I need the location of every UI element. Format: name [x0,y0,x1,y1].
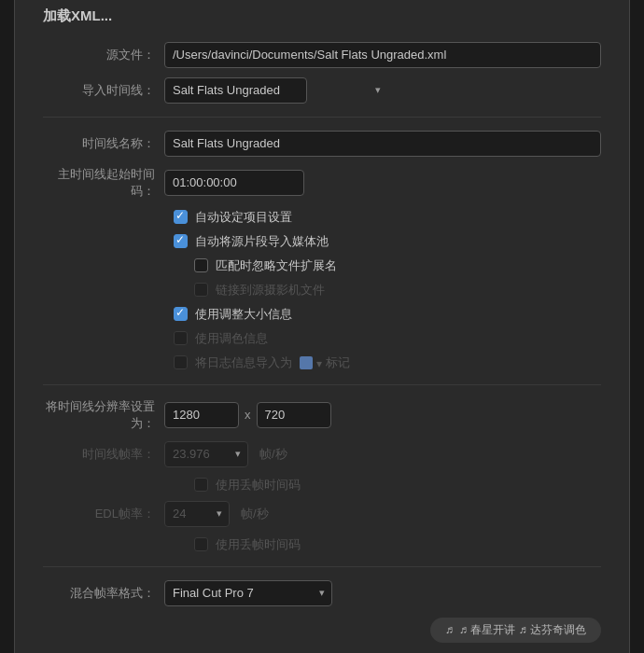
auto-import-media-row: 自动将源片段导入媒体池 [43,233,601,250]
framerate-unit: 帧/秒 [259,446,287,463]
edl-framerate-unit: 帧/秒 [241,506,269,522]
timeline-name-value [164,131,601,157]
resolution-width-input[interactable] [164,402,239,428]
auto-project-checkbox[interactable] [174,210,188,224]
drop-timecode-1-label: 使用丢帧时间码 [216,477,301,493]
import-timeline-select[interactable]: Salt Flats Ungraded [164,77,307,104]
import-log-row: 将日志信息导入为 ▾ 标记 [43,354,601,371]
watermark: ♬ ♬ 春星开讲 ♬ 达芬奇调色 [430,618,601,643]
auto-import-media-label: 自动将源片段导入媒体池 [195,233,329,250]
master-timecode-value [164,170,601,196]
watermark-text: ♬ 春星开讲 ♬ 达芬奇调色 [459,622,586,638]
resolution-inputs: x [164,402,601,428]
use-color-label: 使用调色信息 [195,330,268,347]
framerate-label: 时间线帧率： [43,446,164,463]
link-camera-label: 链接到源摄影机文件 [216,282,325,299]
framerate-value: 23.976 帧/秒 [164,441,601,467]
flag-color-icon [300,356,313,369]
import-log-label: 将日志信息导入为 [195,354,292,371]
use-resize-label: 使用调整大小信息 [195,306,292,323]
framerate-select-wrapper: 23.976 [164,441,248,467]
edl-framerate-select[interactable]: 24 [164,501,230,527]
mixrate-select[interactable]: Final Cut Pro 7 [164,580,332,606]
divider-2 [43,384,601,385]
import-timeline-label: 导入时间线： [43,82,164,99]
link-camera-row: 链接到源摄影机文件 [43,282,601,299]
source-file-label: 源文件： [43,47,164,63]
mixrate-value: Final Cut Pro 7 [164,580,601,606]
mixrate-row: 混合帧率格式： Final Cut Pro 7 [43,580,601,606]
edl-framerate-value: 24 帧/秒 [164,501,601,527]
timeline-name-input[interactable] [164,131,601,157]
framerate-select[interactable]: 23.976 [164,441,248,467]
dialog-title: 加载XML... [43,7,601,25]
divider-3 [43,566,601,567]
watermark-icon: ♬ [445,623,454,636]
log-flag-icon [298,355,315,370]
master-timecode-row: 主时间线起始时间码： [43,166,601,200]
mixrate-label: 混合帧率格式： [43,585,164,602]
drop-timecode-2-checkbox[interactable] [194,537,208,551]
use-color-checkbox[interactable] [174,331,188,345]
drop-timecode-2-label: 使用丢帧时间码 [216,536,301,553]
auto-project-row: 自动设定项目设置 [43,209,601,226]
source-file-row: 源文件： [43,42,601,68]
drop-timecode-2-row: 使用丢帧时间码 [43,536,601,553]
ignore-ext-checkbox[interactable] [194,258,208,272]
resolution-row: 将时间线分辨率设置为： x [43,398,601,432]
log-dropdown-arrow: ▾ [316,357,322,370]
master-timecode-label: 主时间线起始时间码： [43,166,164,200]
log-flag-label: 标记 [326,354,350,371]
source-file-value [164,42,601,68]
timeline-name-label: 时间线名称： [43,135,164,152]
use-resize-checkbox[interactable] [174,307,188,321]
mixrate-select-wrapper: Final Cut Pro 7 [164,580,332,606]
load-xml-dialog: 加载XML... 源文件： 导入时间线： Salt Flats Ungraded… [14,0,630,653]
ignore-ext-row: 匹配时忽略文件扩展名 [43,257,601,274]
use-color-row: 使用调色信息 [43,330,601,347]
import-timeline-select-wrapper: Salt Flats Ungraded [164,77,388,104]
divider-1 [43,117,601,118]
resolution-separator: x [245,408,251,422]
auto-import-media-checkbox[interactable] [174,234,188,248]
master-timecode-input[interactable] [164,170,304,196]
resolution-label: 将时间线分辨率设置为： [43,398,164,432]
watermark-container: ♬ ♬ 春星开讲 ♬ 达芬奇调色 [43,618,601,643]
edl-framerate-row: EDL帧率： 24 帧/秒 [43,501,601,527]
drop-timecode-1-checkbox[interactable] [194,478,208,492]
auto-project-label: 自动设定项目设置 [195,209,292,226]
timeline-name-row: 时间线名称： [43,131,601,157]
edl-framerate-select-wrapper: 24 [164,501,230,527]
import-timeline-row: 导入时间线： Salt Flats Ungraded [43,77,601,104]
edl-framerate-label: EDL帧率： [43,506,164,522]
ignore-ext-label: 匹配时忽略文件扩展名 [216,257,337,274]
import-log-checkbox[interactable] [174,355,188,369]
resolution-height-input[interactable] [257,402,331,428]
log-dropdown-wrapper: ▾ [316,354,322,371]
framerate-row: 时间线帧率： 23.976 帧/秒 [43,441,601,467]
source-file-input[interactable] [164,42,601,68]
import-timeline-value: Salt Flats Ungraded [164,77,601,104]
link-camera-checkbox[interactable] [194,283,208,297]
drop-timecode-1-row: 使用丢帧时间码 [43,477,601,493]
use-resize-row: 使用调整大小信息 [43,306,601,323]
